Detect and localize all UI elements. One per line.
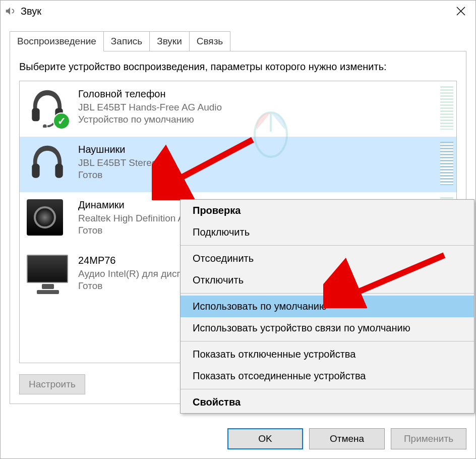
context-menu: Проверка Подключить Отсоединить Отключит… [180, 199, 474, 414]
menu-separator [181, 293, 474, 294]
dialog-button-bar: OK Отмена Применить [227, 428, 466, 449]
app-icon [4, 5, 17, 18]
device-name: Наушники [78, 144, 157, 155]
instruction-text: Выберите устройство воспроизведения, пар… [19, 60, 457, 74]
menu-separator [181, 341, 474, 341]
sound-dialog: Звук Воспроизведение Запись Звуки Связь … [0, 0, 476, 459]
close-button[interactable] [449, 1, 472, 22]
device-desc: JBL E45BT Stereo [78, 157, 157, 168]
level-meter [440, 86, 453, 130]
device-status: Готов [78, 169, 157, 181]
menu-item-show-disconnected[interactable]: Показать отсоединенные устройства [181, 365, 474, 387]
window-title: Звук [21, 6, 41, 17]
tab-sounds[interactable]: Звуки [149, 31, 190, 51]
menu-item-disable[interactable]: Отключить [181, 269, 474, 291]
default-check-icon: ✓ [53, 112, 70, 130]
headset-icon: ✓ [27, 86, 68, 128]
level-meter [440, 142, 453, 185]
cancel-button[interactable]: Отмена [309, 428, 385, 449]
menu-item-show-disabled[interactable]: Показать отключенные устройства [181, 343, 474, 365]
device-item-headphones[interactable]: Наушники JBL E45BT Stereo Готов [20, 137, 456, 192]
svg-rect-4 [55, 164, 63, 178]
menu-item-set-default-comm[interactable]: Использовать устройство связи по умолчан… [181, 317, 474, 339]
apply-button[interactable]: Применить [391, 428, 466, 449]
tab-comm[interactable]: Связь [189, 31, 231, 51]
device-item-headset[interactable]: ✓ Головной телефон JBL E45BT Hands-Free … [20, 81, 456, 137]
device-name: Головной телефон [78, 88, 222, 100]
menu-item-disconnect[interactable]: Отсоединить [181, 248, 474, 269]
menu-item-set-default[interactable]: Использовать по умолчанию [181, 296, 474, 317]
titlebar: Звук [1, 1, 475, 22]
menu-item-test[interactable]: Проверка [181, 200, 474, 221]
tab-strip: Воспроизведение Запись Звуки Связь [10, 31, 466, 51]
headphones-icon [27, 142, 68, 183]
svg-rect-0 [32, 108, 39, 122]
svg-rect-3 [32, 164, 39, 178]
configure-button[interactable]: Настроить [19, 374, 85, 394]
menu-item-properties[interactable]: Свойства [181, 391, 474, 413]
menu-item-connect[interactable]: Подключить [181, 221, 474, 243]
menu-separator [181, 389, 474, 389]
tab-playback[interactable]: Воспроизведение [10, 31, 104, 51]
tab-record[interactable]: Запись [103, 31, 150, 51]
device-status: Устройство по умолчанию [78, 114, 222, 125]
monitor-icon [27, 253, 68, 294]
ok-button[interactable]: OK [227, 428, 303, 449]
svg-point-2 [43, 125, 47, 128]
device-desc: JBL E45BT Hands-Free AG Audio [78, 102, 222, 113]
menu-separator [181, 245, 474, 246]
speaker-icon [27, 197, 68, 239]
